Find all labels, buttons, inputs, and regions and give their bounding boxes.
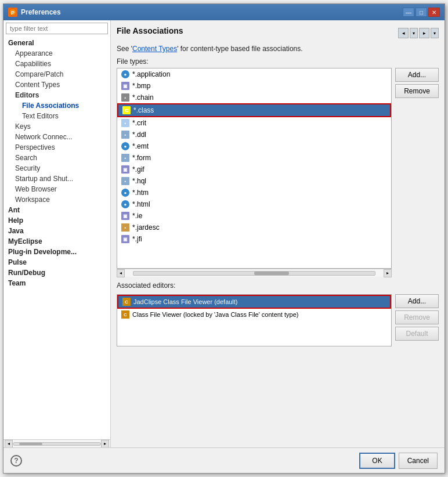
file-type-icon: ●: [121, 142, 130, 151]
sidebar-item-keys[interactable]: Keys: [3, 121, 110, 132]
assoc-list-container: CJadClipse Class File Viewer (default)CC…: [117, 294, 392, 346]
ok-button[interactable]: OK: [359, 453, 395, 469]
close-button[interactable]: ✕: [428, 8, 440, 17]
assoc-editor-item[interactable]: CJadClipse Class File Viewer (default): [117, 295, 391, 309]
assoc-editors-area: CJadClipse Class File Viewer (default)CC…: [117, 294, 439, 346]
ft-scroll-left[interactable]: ◂: [117, 269, 125, 277]
sidebar-item-workspace[interactable]: Workspace: [3, 194, 110, 205]
file-type-item[interactable]: ▪*.form: [117, 152, 391, 164]
sidebar-item-content-types[interactable]: Content Types: [3, 80, 110, 90]
sidebar-item-ant[interactable]: Ant: [3, 205, 110, 215]
ft-scroll-thumb: [254, 272, 289, 275]
window-title: Preferences: [21, 8, 399, 16]
file-type-icon: ●: [121, 188, 130, 197]
file-type-item[interactable]: ▪*.ddl: [117, 129, 391, 140]
sidebar-item-pulse[interactable]: Pulse: [3, 257, 110, 268]
sidebar-item-web-browser[interactable]: Web Browser: [3, 184, 110, 194]
sidebar-item-search[interactable]: Search: [3, 153, 110, 163]
file-type-item[interactable]: ●*.htm: [117, 187, 391, 198]
dialog-buttons: OK Cancel: [359, 453, 438, 469]
content-types-link[interactable]: Content Types: [132, 45, 177, 53]
sidebar-item-help[interactable]: Help: [3, 215, 110, 226]
file-type-item[interactable]: ●*.html: [117, 198, 391, 210]
file-type-icon: ●: [121, 70, 130, 79]
file-type-name: *.emt: [132, 142, 149, 150]
sidebar-item-run-debug[interactable]: Run/Debug: [3, 268, 110, 278]
file-type-name: *.class: [133, 106, 154, 114]
sidebar-horizontal-scrollbar[interactable]: ◂ ▸: [3, 439, 110, 447]
panel-header: File Associations ◂ ▾ ▸ ▾: [117, 26, 439, 40]
file-type-item[interactable]: ▪*.chain: [117, 92, 391, 103]
sidebar-item-text-editors[interactable]: Text Editors: [3, 111, 110, 121]
file-type-item[interactable]: ●*.application: [117, 68, 391, 80]
file-type-item[interactable]: ▪*.crit: [117, 117, 391, 129]
sidebar-item-security[interactable]: Security: [3, 163, 110, 174]
sidebar-item-perspectives[interactable]: Perspectives: [3, 142, 110, 153]
sidebar-item-general[interactable]: General: [3, 38, 110, 48]
assoc-editor-item[interactable]: CClass File Viewer (locked by 'Java Clas…: [117, 309, 391, 320]
back-arrow[interactable]: ◂: [398, 28, 409, 38]
maximize-button[interactable]: □: [416, 8, 427, 17]
file-type-item[interactable]: ▪*.jardesc: [117, 222, 391, 233]
minimize-button[interactable]: —: [403, 8, 414, 17]
cancel-button[interactable]: Cancel: [399, 453, 438, 469]
add-file-type-button[interactable]: Add...: [395, 68, 439, 82]
file-type-name: *.crit: [132, 119, 146, 127]
sidebar-item-appearance[interactable]: Appearance: [3, 48, 110, 59]
app-icon: P: [8, 8, 17, 17]
sidebar-item-compare-patch[interactable]: Compare/Patch: [3, 69, 110, 80]
remove-assoc-button[interactable]: Remove: [395, 310, 439, 324]
file-types-label: File types:: [117, 57, 439, 66]
sidebar-item-editors[interactable]: Editors: [3, 90, 110, 100]
file-type-name: *.form: [132, 154, 151, 162]
assoc-editors-list[interactable]: CJadClipse Class File Viewer (default)CC…: [117, 294, 392, 346]
content-area: GeneralAppearanceCapabilitiesCompare/Pat…: [3, 20, 445, 447]
forward-arrow[interactable]: ▸: [419, 28, 429, 38]
help-button[interactable]: ?: [10, 455, 22, 467]
forward-dropdown[interactable]: ▾: [431, 28, 439, 38]
back-dropdown[interactable]: ▾: [410, 28, 418, 38]
sidebar-item-team[interactable]: Team: [3, 278, 110, 288]
remove-file-type-button[interactable]: Remove: [395, 84, 439, 98]
file-type-name: *.html: [132, 200, 150, 208]
file-type-icon: ▪: [121, 176, 130, 186]
file-types-list: ●*.application▣*.bmp▪*.chainC*.class▪*.c…: [117, 68, 392, 269]
sidebar-item-startup-shut[interactable]: Startup and Shut...: [3, 174, 110, 184]
file-type-item[interactable]: ▣*.bmp: [117, 80, 391, 92]
preference-tree: GeneralAppearanceCapabilitiesCompare/Pat…: [3, 37, 110, 439]
file-type-icon: ▪: [121, 223, 130, 232]
panel-title: File Associations: [117, 26, 183, 35]
sidebar-item-network-connec[interactable]: Network Connec...: [3, 132, 110, 142]
sidebar-item-plugin-dev[interactable]: Plug-in Developme...: [3, 247, 110, 257]
add-assoc-button[interactable]: Add...: [395, 294, 439, 308]
scroll-left-arrow[interactable]: ◂: [5, 440, 13, 448]
file-types-h-scrollbar[interactable]: ◂ ▸: [117, 269, 392, 277]
sidebar-item-myeclipse[interactable]: MyEclipse: [3, 236, 110, 247]
section-divider: Associated editors:: [117, 281, 439, 292]
scroll-thumb: [19, 443, 42, 445]
assoc-editor-buttons: Add... Remove Default: [395, 294, 439, 346]
file-types-buttons: Add... Remove: [395, 68, 439, 277]
file-type-item[interactable]: ▣*.gif: [117, 164, 391, 175]
sidebar-item-java[interactable]: Java: [3, 226, 110, 236]
file-type-icon: ▪: [121, 130, 130, 139]
scroll-right-arrow[interactable]: ▸: [101, 440, 109, 448]
file-type-icon: ▣: [121, 81, 130, 91]
ft-scroll-right[interactable]: ▸: [384, 269, 392, 277]
filter-input[interactable]: [6, 23, 108, 34]
sidebar-item-file-associations[interactable]: File Associations: [3, 100, 110, 111]
preferences-window: P Preferences — □ ✕ GeneralAppearanceCap…: [3, 3, 445, 474]
default-assoc-button[interactable]: Default: [395, 327, 439, 341]
file-type-icon: ▪: [121, 153, 130, 162]
file-type-item[interactable]: ▪*.hql: [117, 175, 391, 187]
file-type-icon: ▣: [121, 234, 130, 244]
file-type-item[interactable]: C*.class: [117, 103, 391, 117]
assoc-editors-label: Associated editors:: [117, 281, 439, 290]
file-types-scroll[interactable]: ●*.application▣*.bmp▪*.chainC*.class▪*.c…: [117, 68, 391, 268]
sidebar-item-capabilities[interactable]: Capabilities: [3, 59, 110, 69]
file-type-item[interactable]: ●*.emt: [117, 140, 391, 152]
titlebar: P Preferences — □ ✕: [3, 4, 445, 20]
file-type-item[interactable]: ▣*.ie: [117, 210, 391, 222]
info-line: See 'Content Types' for content-type bas…: [117, 45, 439, 53]
file-type-item[interactable]: ▣*.jfi: [117, 233, 391, 245]
